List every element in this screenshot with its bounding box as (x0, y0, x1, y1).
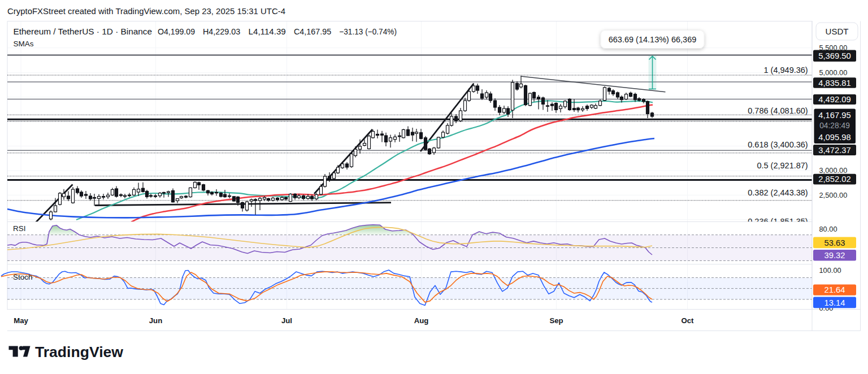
svg-text:53.63: 53.63 (824, 238, 845, 247)
svg-text:H4,229.03: H4,229.03 (203, 27, 240, 36)
svg-text:80.00: 80.00 (819, 225, 837, 233)
svg-text:Jul: Jul (281, 316, 292, 325)
svg-text:USDT: USDT (826, 27, 849, 36)
svg-text:2,500.00: 2,500.00 (819, 191, 848, 199)
svg-text:Oct: Oct (682, 316, 695, 325)
svg-text:4,095.98: 4,095.98 (818, 133, 851, 142)
svg-text:TradingView: TradingView (35, 343, 124, 360)
svg-text:May: May (14, 316, 28, 325)
svg-text:0.382 (2,443.38): 0.382 (2,443.38) (748, 188, 808, 197)
svg-text:663.69 (14.13%) 66,369: 663.69 (14.13%) 66,369 (609, 35, 697, 44)
svg-text:RSI: RSI (13, 224, 26, 233)
svg-text:39.32: 39.32 (824, 251, 845, 260)
svg-text:L4,114.39: L4,114.39 (249, 27, 286, 36)
svg-text:SMAs: SMAs (14, 40, 34, 48)
svg-text:2,852.02: 2,852.02 (818, 175, 851, 184)
svg-text:5,000.00: 5,000.00 (819, 68, 848, 77)
svg-text:3,000.00: 3,000.00 (819, 166, 848, 175)
svg-text:04:28:49: 04:28:49 (819, 121, 850, 130)
svg-text:21.64: 21.64 (824, 285, 845, 294)
svg-text:4,835.81: 4,835.81 (818, 79, 851, 88)
svg-text:4,167.95: 4,167.95 (818, 111, 851, 120)
svg-text:13.14: 13.14 (824, 298, 845, 307)
svg-text:Jun: Jun (149, 316, 162, 325)
svg-text:1 (4,949.36): 1 (4,949.36) (763, 66, 808, 75)
svg-text:0.786 (4,081.60): 0.786 (4,081.60) (748, 106, 808, 115)
svg-text:0.5 (2,921.87): 0.5 (2,921.87) (757, 161, 808, 170)
svg-text:3,472.37: 3,472.37 (818, 146, 851, 155)
svg-text:Aug: Aug (414, 316, 429, 325)
svg-text:4,492.09: 4,492.09 (818, 95, 851, 104)
svg-text:CryptoFXStreet created with Tr: CryptoFXStreet created with TradingView.… (7, 6, 285, 16)
svg-text:Sep: Sep (549, 316, 563, 325)
svg-text:Ethereum / TetherUS · 1D · Bin: Ethereum / TetherUS · 1D · Binance (14, 27, 153, 36)
svg-text:O4,199.09: O4,199.09 (158, 27, 195, 36)
svg-text:100.00: 100.00 (819, 266, 841, 275)
svg-text:5,369.50: 5,369.50 (818, 51, 851, 60)
svg-text:C4,167.95: C4,167.95 (294, 27, 331, 36)
svg-text:−31.13 (−0.74%): −31.13 (−0.74%) (339, 27, 397, 36)
svg-text:Stoch: Stoch (13, 273, 33, 281)
svg-text:0.618 (3,400.36): 0.618 (3,400.36) (748, 140, 808, 149)
